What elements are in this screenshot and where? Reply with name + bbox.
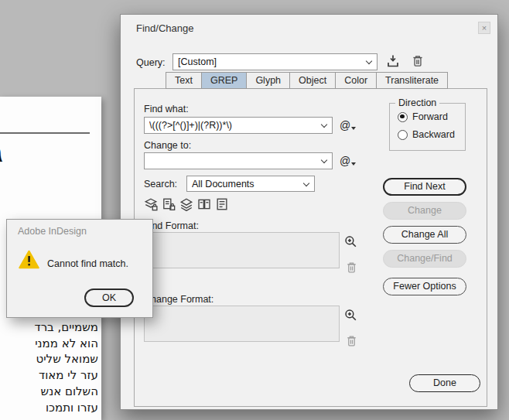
ok-button[interactable]: OK	[84, 289, 134, 307]
desktop: ג משמיים, ברד הוא לא ממני שמואל שליט עזר…	[0, 0, 509, 420]
tab-transliterate[interactable]: Transliterate	[377, 72, 448, 89]
save-query-icon[interactable]	[385, 53, 401, 69]
document-line: עזר לי מאוד	[0, 367, 98, 384]
query-label: Query:	[136, 56, 166, 69]
warning-triangle-icon	[19, 250, 39, 271]
document-line: השלום אנש	[0, 384, 98, 400]
tab-glyph[interactable]: Glyph	[247, 72, 290, 89]
close-icon[interactable]: ×	[478, 22, 490, 34]
alert-dialog: Adobe InDesign Cannot find match. OK	[6, 219, 153, 318]
alert-message: Cannot find match.	[47, 258, 128, 269]
alert-title[interactable]: Adobe InDesign	[18, 226, 87, 237]
tab-object[interactable]: Object	[290, 72, 336, 89]
query-dropdown[interactable]: [Custom]	[173, 53, 377, 70]
delete-query-trash-icon[interactable]	[411, 53, 426, 69]
tab-grep[interactable]: GREP	[202, 72, 247, 89]
document-line: משמיים, ברד	[0, 319, 98, 336]
document-line: שמואל שליט	[0, 351, 98, 367]
query-value: [Custom]	[178, 56, 361, 69]
document-line: הוא לא ממני	[0, 336, 98, 352]
tab-content-panel	[134, 88, 487, 407]
document-text: משמיים, ברד הוא לא ממני שמואל שליט עזר ל…	[0, 319, 98, 415]
dialog-title[interactable]: Find/Change	[136, 22, 193, 34]
text-frame-rule	[0, 132, 90, 134]
clipped-glyph: ג	[0, 137, 3, 168]
find-change-dialog: Find/Change × Query: [Custom] Text GREP …	[120, 14, 498, 410]
tab-color[interactable]: Color	[336, 72, 377, 89]
tab-text[interactable]: Text	[166, 72, 202, 89]
mode-tabs: Text GREP Glyph Object Color Translitera…	[166, 72, 448, 89]
document-line: עזרו ותמכו	[0, 400, 98, 416]
chevron-down-icon	[366, 58, 372, 64]
